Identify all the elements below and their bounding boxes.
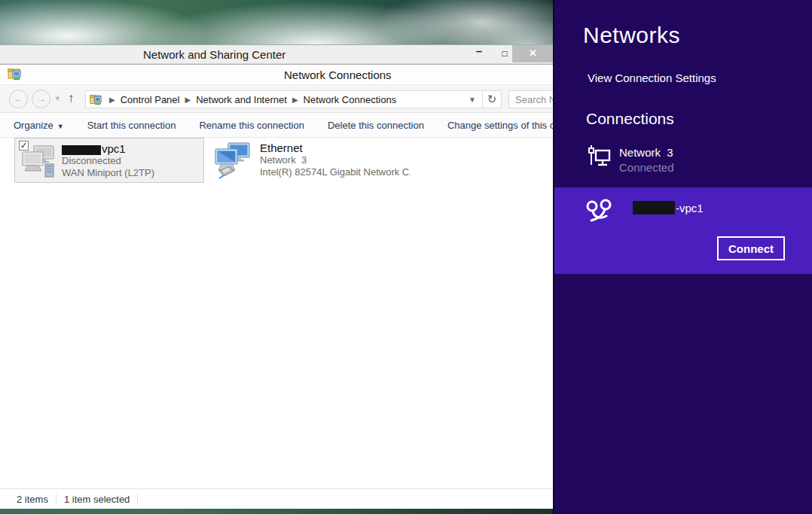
connection-name: vpc1 (62, 142, 202, 155)
connection-device: WAN Miniport (L2TP) (62, 167, 202, 179)
connection-tile-ethernet[interactable]: Ethernet Network 3 Intel(R) 82574L Gigab… (209, 138, 411, 183)
screen: Network and Sharing Center – □ ✕ Network… (0, 0, 812, 514)
network-status: Connected (619, 161, 674, 174)
breadcrumb-separator-icon: ▶ (185, 96, 191, 104)
network-sharing-center-titlebar: Network and Sharing Center – □ ✕ (0, 44, 554, 64)
status-divider (56, 494, 56, 505)
connection-tile-vpn[interactable]: ✓ vpc1 Disconnected WAN Miniport (L2TP) (14, 138, 204, 183)
network-connections-titlebar: Network Connections (0, 65, 554, 84)
organize-button[interactable]: Organize▼ (14, 120, 64, 131)
refresh-button[interactable]: ↻ (483, 90, 502, 108)
network-list-item-wired[interactable]: Network 3 Connected (586, 143, 797, 176)
network-list-item-vpn-selected[interactable]: -vpc1 Connect (554, 187, 812, 274)
status-bar: 2 items 1 item selected (0, 488, 554, 509)
command-toolbar: Organize▼ Start this connection Rename t… (0, 113, 554, 138)
close-button[interactable]: ✕ (512, 45, 554, 62)
connection-device: Intel(R) 82574L Gigabit Network C... (260, 166, 411, 178)
breadcrumb-separator-icon: ▶ (292, 96, 298, 104)
connection-status: Network 3 (260, 154, 411, 166)
forward-button[interactable]: → (32, 90, 50, 108)
network-connections-window: Network Connections ← → ▼ ↑ ▶ Control Pa… (0, 64, 554, 509)
connections-section-heading: Connections (586, 110, 674, 128)
tile-checkbox[interactable]: ✓ (19, 141, 29, 151)
breadcrumb-separator-icon: ▶ (109, 96, 115, 104)
window-title: Network Connections (284, 68, 392, 81)
up-button[interactable]: ↑ (68, 91, 75, 106)
ethernet-adapter-icon (213, 142, 255, 180)
network-folder-icon (8, 67, 22, 81)
network-name: -vpc1 (633, 201, 704, 214)
rename-connection-button[interactable]: Rename this connection (199, 120, 304, 131)
items-count: 2 items (17, 494, 48, 505)
address-dropdown-caret-icon[interactable]: ▼ (469, 96, 476, 104)
breadcrumb: ▶ Control Panel ▶ Network and Internet ▶… (85, 90, 483, 108)
breadcrumb-control-panel[interactable]: Control Panel (121, 94, 180, 105)
network-name: Network 3 (619, 146, 673, 159)
connect-button[interactable]: Connect (717, 236, 785, 260)
redacted-text (62, 145, 101, 155)
address-bar: ← → ▼ ↑ ▶ Control Panel ▶ Network and In… (0, 84, 554, 113)
delete-connection-button[interactable]: Delete this connection (328, 120, 424, 131)
change-settings-button[interactable]: Change settings of this connecti (447, 120, 554, 131)
minimize-button[interactable]: – (469, 45, 490, 63)
window-title: Network and Sharing Center (143, 48, 285, 61)
vpn-icon (583, 197, 616, 227)
redacted-text (633, 201, 675, 214)
breadcrumb-network-and-internet[interactable]: Network and Internet (196, 94, 287, 105)
selected-count: 1 item selected (64, 494, 130, 505)
back-button[interactable]: ← (9, 90, 28, 108)
wired-network-icon (586, 144, 612, 169)
connection-status: Disconnected (62, 155, 202, 167)
panel-title: Networks (583, 23, 680, 48)
networks-charm-panel: Networks View Connection Settings Connec… (553, 0, 812, 514)
breadcrumb-location-icon (90, 93, 102, 106)
view-connection-settings-link[interactable]: View Connection Settings (588, 71, 716, 84)
breadcrumb-network-connections[interactable]: Network Connections (304, 94, 397, 105)
chevron-down-icon: ▼ (57, 123, 64, 130)
connection-name: Ethernet (260, 141, 411, 154)
status-divider (137, 494, 138, 505)
history-dropdown-caret-icon[interactable]: ▼ (54, 95, 61, 102)
start-connection-button[interactable]: Start this connection (87, 120, 176, 131)
